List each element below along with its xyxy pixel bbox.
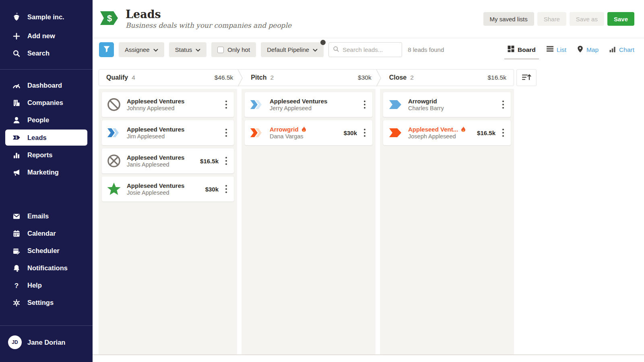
sidebar-divider-bottom <box>0 325 93 326</box>
lead-card[interactable]: Arrowgrid Dana Vargas $30k <box>245 120 372 145</box>
card-menu-button[interactable] <box>499 97 508 113</box>
sidebar-item-dashboard[interactable]: Dashboard <box>0 77 93 94</box>
leads-dollar-icon: $ <box>99 10 119 28</box>
no-entry-icon <box>107 97 122 112</box>
lead-card[interactable]: Appleseed Ventures Josie Appleseed $30k <box>102 177 234 202</box>
save-as-button[interactable]: Save as <box>570 12 604 26</box>
lead-card[interactable]: Appleseed Ventures Jerry Appleseed <box>245 92 372 117</box>
stage-separator-chevron <box>376 70 382 88</box>
lead-card[interactable]: Appleseed Ventures Johnny Appleseed <box>102 92 234 117</box>
sidebar-item-search[interactable]: Search <box>0 45 93 62</box>
lead-company: Arrowgrid <box>270 126 342 133</box>
list-icon <box>547 46 553 53</box>
bar-chart-icon <box>12 151 21 160</box>
sidebar-item-scheduler[interactable]: Scheduler <box>0 242 93 259</box>
card-menu-button[interactable] <box>222 97 231 113</box>
sidebar-spacer <box>0 181 93 208</box>
card-menu-button[interactable] <box>360 125 369 141</box>
gear-icon <box>12 298 21 307</box>
sidebar-item-calendar[interactable]: Calendar <box>0 225 93 242</box>
sidebar-item-marketing[interactable]: Marketing <box>0 164 93 181</box>
sidebar-item-emails[interactable]: Emails <box>0 208 93 225</box>
milestone-orange-single-icon <box>388 125 403 140</box>
card-menu-button[interactable] <box>222 153 231 169</box>
lead-company: Appleseed Ventures <box>127 182 204 189</box>
sidebar-user[interactable]: JD Jane Dorian <box>0 333 93 352</box>
svg-text:$: $ <box>15 136 17 140</box>
search-leads-box[interactable] <box>328 42 402 57</box>
sidebar-item-settings[interactable]: Settings <box>0 294 93 311</box>
lead-company: Arrowgrid <box>408 98 499 105</box>
chevron-down-icon <box>153 46 158 53</box>
avatar: JD <box>8 335 22 349</box>
card-menu-button[interactable] <box>499 125 508 141</box>
funnel-icon <box>103 45 110 54</box>
page-title: Leads <box>126 8 291 21</box>
chart-bars-icon <box>609 46 616 54</box>
kanban-board: Qualify 4 $46.5k Pitch 2 $30k Close 2 $1… <box>99 69 644 354</box>
view-board[interactable]: Board <box>508 45 536 54</box>
card-menu-button[interactable] <box>222 181 231 197</box>
view-list[interactable]: List <box>547 46 566 53</box>
lead-company: Appleseed Ventures <box>127 126 222 133</box>
results-count: 8 leads found <box>408 46 444 53</box>
lead-card[interactable]: Appleseed Ventures Janis Appleseed $16.5… <box>102 148 234 173</box>
sidebar-item-add-new[interactable]: Add new <box>0 27 93 45</box>
lead-person: Dana Vargas <box>270 133 303 140</box>
sidebar-brand[interactable]: Sample inc. <box>0 7 93 27</box>
pipeline-dropdown[interactable]: Default Pipeline <box>261 42 324 57</box>
sidebar-item-help[interactable]: ? Help <box>0 277 93 294</box>
sidebar-item-leads[interactable]: $ Leads <box>5 130 87 146</box>
sidebar-item-notifications[interactable]: Notifications <box>0 259 93 277</box>
bell-icon <box>12 264 21 273</box>
lead-card[interactable]: Appleseed Vent... Joseph Appleseed $16.5… <box>383 120 511 145</box>
filter-bar: Assignee Status Only hot Default Pipelin… <box>93 38 644 61</box>
lead-company: Appleseed Ventures <box>127 154 198 161</box>
stage-header-pitch[interactable]: Pitch 2 $30k <box>240 70 378 86</box>
hot-flame-icon <box>301 126 306 132</box>
lead-person: Charles Barry <box>408 105 444 111</box>
lead-card[interactable]: Appleseed Ventures Jim Appleseed <box>102 120 234 145</box>
map-pin-icon <box>577 45 583 54</box>
board-grid-icon <box>508 45 514 54</box>
pipeline-filter-dot-badge <box>320 40 326 45</box>
page-subtitle: Business deals with your companies and p… <box>126 21 291 29</box>
building-icon <box>12 99 21 107</box>
milestone-blue-double-icon <box>107 125 122 140</box>
assignee-dropdown[interactable]: Assignee <box>119 42 164 57</box>
search-icon <box>12 49 21 58</box>
milestone-orange-double-icon <box>250 125 264 140</box>
star-icon <box>107 182 122 196</box>
sidebar-item-people[interactable]: People <box>0 111 93 129</box>
horizontal-scrollbar[interactable] <box>93 354 644 355</box>
lead-company: Appleseed Vent... <box>408 126 475 133</box>
save-button[interactable]: Save <box>607 12 634 26</box>
main-content: $ Leads Business deals with your compani… <box>93 0 644 362</box>
search-leads-input[interactable] <box>343 46 398 53</box>
milestone-blue-single-icon <box>388 97 403 112</box>
card-menu-button[interactable] <box>222 125 231 141</box>
lead-person: Jim Appleseed <box>127 133 165 140</box>
share-button[interactable]: Share <box>537 12 566 26</box>
sort-button[interactable] <box>516 69 537 86</box>
status-dropdown[interactable]: Status <box>169 42 207 57</box>
lead-company: Appleseed Ventures <box>127 98 222 105</box>
only-hot-checkbox[interactable] <box>217 47 224 53</box>
sidebar-item-companies[interactable]: Companies <box>0 94 93 111</box>
my-saved-lists-button[interactable]: My saved lists <box>483 12 534 26</box>
stage-header-close[interactable]: Close 2 $16.5k <box>379 70 514 86</box>
lead-company: Appleseed Ventures <box>270 98 360 105</box>
sidebar-item-reports[interactable]: Reports <box>0 146 93 164</box>
card-menu-button[interactable] <box>360 97 369 113</box>
stage-header-qualify[interactable]: Qualify 4 $46.5k <box>99 70 240 86</box>
filter-toggle-button[interactable] <box>99 42 114 57</box>
column-pitch: Appleseed Ventures Jerry Appleseed Arrow… <box>242 89 376 354</box>
calendar-icon <box>12 229 21 238</box>
lead-value: $30k <box>205 186 219 193</box>
person-icon <box>12 116 21 125</box>
only-hot-toggle[interactable]: Only hot <box>211 42 256 57</box>
lead-card[interactable]: Arrowgrid Charles Barry <box>383 92 511 117</box>
view-chart[interactable]: Chart <box>609 46 634 54</box>
stage-header-bar: Qualify 4 $46.5k Pitch 2 $30k Close 2 $1… <box>99 69 514 86</box>
view-map[interactable]: Map <box>577 45 599 54</box>
